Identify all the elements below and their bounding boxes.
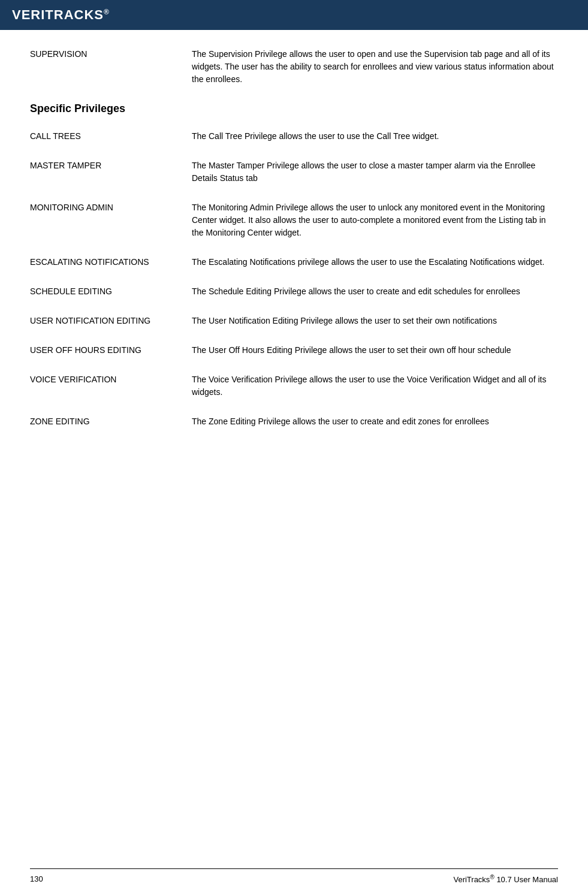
logo: VeriTracks® — [12, 7, 110, 23]
page-content: SUPERVISION The Supervision Privilege al… — [0, 30, 588, 481]
privilege-label: CALL TREES — [30, 130, 192, 143]
privilege-row: USER OFF HOURS EDITINGThe User Off Hours… — [30, 344, 558, 357]
privilege-label: SCHEDULE EDITING — [30, 285, 192, 298]
privilege-description: The Call Tree Privilege allows the user … — [192, 130, 558, 143]
privilege-description: The Voice Verification Privilege allows … — [192, 373, 558, 399]
privilege-label: USER NOTIFICATION EDITING — [30, 315, 192, 327]
privilege-row: VOICE VERIFICATIONThe Voice Verification… — [30, 373, 558, 399]
privilege-label: ZONE EDITING — [30, 415, 192, 428]
privilege-row: SCHEDULE EDITINGThe Schedule Editing Pri… — [30, 285, 558, 298]
privilege-row: MONITORING ADMINThe Monitoring Admin Pri… — [30, 201, 558, 239]
privilege-row: MASTER TAMPERThe Master Tamper Privilege… — [30, 159, 558, 185]
privilege-description: The Schedule Editing Privilege allows th… — [192, 285, 558, 298]
footer-version: 10.7 User Manual — [496, 875, 558, 884]
footer-title: VeriTracks® 10.7 User Manual — [453, 874, 558, 884]
privileges-list: CALL TREESThe Call Tree Privilege allows… — [30, 130, 558, 428]
header: VeriTracks® — [0, 0, 588, 30]
privilege-row: USER NOTIFICATION EDITINGThe User Notifi… — [30, 315, 558, 327]
supervision-description: The Supervision Privilege allows the use… — [192, 48, 558, 86]
privilege-label: ESCALATING NOTIFICATIONS — [30, 256, 192, 269]
privilege-label: VOICE VERIFICATION — [30, 373, 192, 399]
privilege-description: The Monitoring Admin Privilege allows th… — [192, 201, 558, 239]
privilege-row: ESCALATING NOTIFICATIONSThe Escalating N… — [30, 256, 558, 269]
supervision-row: SUPERVISION The Supervision Privilege al… — [30, 48, 558, 86]
privilege-description: The Escalating Notifications privilege a… — [192, 256, 558, 269]
privilege-label: MASTER TAMPER — [30, 159, 192, 185]
privilege-description: The Zone Editing Privilege allows the us… — [192, 415, 558, 428]
privilege-description: The User Notification Editing Privilege … — [192, 315, 558, 327]
privilege-row: ZONE EDITINGThe Zone Editing Privilege a… — [30, 415, 558, 428]
registered-symbol: ® — [104, 8, 110, 16]
specific-privileges-heading: Specific Privileges — [30, 102, 558, 115]
privilege-description: The User Off Hours Editing Privilege all… — [192, 344, 558, 357]
footer-brand: VeriTracks — [453, 875, 490, 884]
footer: 130 VeriTracks® 10.7 User Manual — [30, 868, 558, 884]
privilege-description: The Master Tamper Privilege allows the u… — [192, 159, 558, 185]
privilege-row: CALL TREESThe Call Tree Privilege allows… — [30, 130, 558, 143]
footer-page-number: 130 — [30, 874, 43, 883]
logo-text: VeriTracks — [12, 7, 104, 22]
footer-registered: ® — [490, 874, 494, 880]
supervision-label: SUPERVISION — [30, 48, 192, 86]
privilege-label: MONITORING ADMIN — [30, 201, 192, 239]
privilege-label: USER OFF HOURS EDITING — [30, 344, 192, 357]
